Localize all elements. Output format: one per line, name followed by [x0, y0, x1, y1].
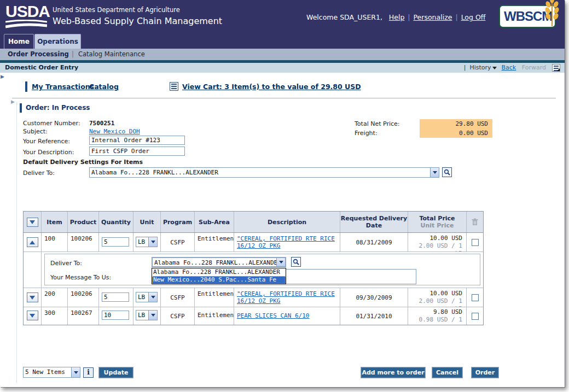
logoff-link[interactable]: Log Off	[461, 13, 486, 21]
deliver-to-select[interactable]: Alabama Fo...228 FRANKL...ALEXANDER	[89, 167, 439, 178]
tab-home[interactable]: Home	[4, 34, 34, 49]
new-items-select[interactable]: 5 New Items	[23, 367, 80, 378]
total-net-price-value: 29.80 USD	[420, 119, 492, 128]
customer-number-value: 7500251	[89, 120, 114, 127]
quantity-input[interactable]	[102, 292, 129, 302]
your-reference-label: Your Reference:	[23, 138, 70, 145]
your-reference-input[interactable]	[89, 136, 185, 145]
subject-link[interactable]: New Mexico DOH	[89, 128, 140, 135]
dropdown-option[interactable]: Alabama Fo...228 FRANKL...ALEXANDER	[152, 268, 286, 276]
col-requested-delivery-date: Requested Delivery Date	[340, 212, 408, 232]
expand-row-button[interactable]	[27, 292, 38, 302]
product-description-link[interactable]: PEAR SLICES CAN 6/10	[237, 312, 309, 319]
row-deliver-to-select[interactable]: Alabama Fo...228 FRANKL...ALEXANDER	[152, 257, 286, 267]
expand-row-button[interactable]	[27, 311, 38, 320]
trash-icon	[472, 218, 478, 226]
quantity-input[interactable]	[102, 237, 129, 247]
subnav-order-processing[interactable]: Order Processing	[8, 49, 69, 60]
col-sub-area: Sub-Area	[195, 212, 234, 232]
welcome-text: Welcome SDA_USER1,	[306, 13, 382, 21]
page-titlebar: Domestic Order Entry | History Back Forw…	[0, 63, 565, 73]
order-status-title: Order: In Process	[26, 104, 90, 112]
forward-link: Forward	[522, 64, 546, 71]
subnav-catalog-maintenance[interactable]: Catalog Maintenance	[78, 49, 145, 60]
section-left-border	[16, 102, 17, 383]
catalog-link[interactable]: Catalog	[89, 83, 119, 91]
col-delete	[467, 212, 483, 232]
wbscm-window: USDA United States Department of Agricul…	[0, 0, 565, 387]
sub-area-value: Entitlement	[195, 288, 234, 300]
deliver-to-selected-value: Alabama Fo...228 FRANKL...ALEXANDER	[90, 168, 430, 177]
unit-dropdown-icon[interactable]	[148, 311, 157, 320]
cart-icon[interactable]	[170, 82, 178, 91]
divider-line	[12, 98, 556, 98]
unit-price-value: 2.00 USD / 1 LB	[419, 297, 462, 307]
deliver-to-dropdown-icon[interactable]	[430, 168, 439, 177]
col-description: Description	[234, 212, 340, 232]
dropdown-option-selected[interactable]: New Mexico...2040 S.Pac...Santa Fe	[152, 276, 286, 284]
personalize-link[interactable]: Personalize	[414, 13, 452, 21]
unit-select[interactable]: LB	[136, 237, 158, 247]
item-delivery-panel: Deliver To: Alabama Fo...228 FRANKL...AL…	[44, 254, 480, 285]
total-net-price-label: Total Net Price:	[355, 120, 400, 127]
tab-operations[interactable]: Operations	[34, 34, 81, 49]
row-checkbox[interactable]	[472, 313, 479, 320]
collapse-row-button[interactable]	[27, 237, 38, 247]
total-price-header: Total Price	[419, 215, 455, 222]
page-options-icon[interactable]	[552, 64, 560, 72]
product-number: 100206	[68, 233, 98, 244]
deliver-to-valuehelp-icon[interactable]	[442, 167, 452, 177]
unit-selected-value: LB	[136, 237, 148, 247]
item-number: 300	[42, 307, 67, 319]
col-total-price: Total Price Unit Price	[408, 212, 467, 232]
subnav-bar: Order Processing | Catalog Maintenance	[0, 49, 565, 60]
history-menu[interactable]: History	[469, 64, 491, 71]
your-description-label: Your Description:	[23, 149, 74, 156]
product-description-link[interactable]: "CEREAL, FORTIFIED RTE RICE 16/12 OZ PKG	[237, 235, 335, 249]
order-button[interactable]: Order	[471, 367, 499, 378]
product-description-link[interactable]: "CEREAL, FORTIFIED RTE RICE 16/12 OZ PKG	[237, 290, 335, 305]
row-checkbox[interactable]	[472, 294, 479, 301]
col-product: Product	[68, 212, 99, 232]
history-nav: | History Back Forward	[464, 63, 546, 73]
department-name: United States Department of Agriculture	[53, 6, 180, 14]
unit-dropdown-icon[interactable]	[148, 292, 157, 302]
freight-label: Freight:	[355, 130, 378, 137]
usda-logo-swoosh	[5, 20, 47, 29]
view-cart-link[interactable]: View Cart: 3 Item(s) to the value of 29.…	[182, 83, 361, 91]
message-label: Your Message To Us:	[50, 274, 111, 281]
order-items-table: Item Product Quantity Unit Program Sub-A…	[23, 211, 484, 325]
wheat-icon	[544, 0, 560, 27]
requested-delivery-date: 08/31/2009	[340, 233, 408, 251]
your-description-input[interactable]	[89, 147, 185, 156]
section-expander-icon[interactable]: ▶	[11, 99, 15, 104]
help-link[interactable]: Help	[389, 13, 405, 21]
table-row: 200 100206 LB CSFP Entitlement "CEREAL, …	[24, 288, 483, 307]
unit-select[interactable]: LB	[136, 292, 158, 302]
panel-expander-icon[interactable]: ▶	[1, 74, 4, 79]
back-link[interactable]: Back	[502, 64, 516, 71]
cancel-button[interactable]: Cancel	[432, 367, 463, 378]
new-items-dropdown-icon[interactable]	[71, 367, 80, 377]
row-detail-panel: Deliver To: Alabama Fo...228 FRANKL...AL…	[24, 252, 483, 288]
row-deliver-to-dropdown-icon[interactable]	[276, 258, 285, 266]
requested-delivery-date: 09/30/2009	[340, 288, 408, 307]
row-checkbox[interactable]	[472, 239, 479, 246]
update-button[interactable]: Update	[98, 367, 133, 378]
quantity-input[interactable]	[102, 311, 129, 320]
program-value: CSFP	[161, 307, 195, 325]
chevron-down-icon	[30, 296, 35, 300]
new-items-selected-value: 5 New Items	[24, 367, 71, 377]
default-delivery-heading: Default Delivery Settings For Items	[23, 159, 143, 166]
chevron-down-icon	[30, 314, 35, 318]
app-title: Web-Based Supply Chain Management	[53, 16, 222, 26]
collapse-all-button[interactable]	[27, 218, 38, 227]
table-header-row: Item Product Quantity Unit Program Sub-A…	[24, 212, 483, 233]
add-more-to-order-button[interactable]: Add more to order	[361, 367, 426, 378]
row-valuehelp-icon[interactable]	[291, 257, 301, 267]
unit-select[interactable]: LB	[136, 310, 158, 320]
info-button[interactable]: i	[83, 367, 94, 378]
transaction-links-bar: My Transactions Catalog View Cart: 3 Ite…	[0, 81, 565, 93]
unit-dropdown-icon[interactable]	[148, 237, 157, 247]
my-transactions-link[interactable]: My Transactions	[32, 83, 94, 91]
